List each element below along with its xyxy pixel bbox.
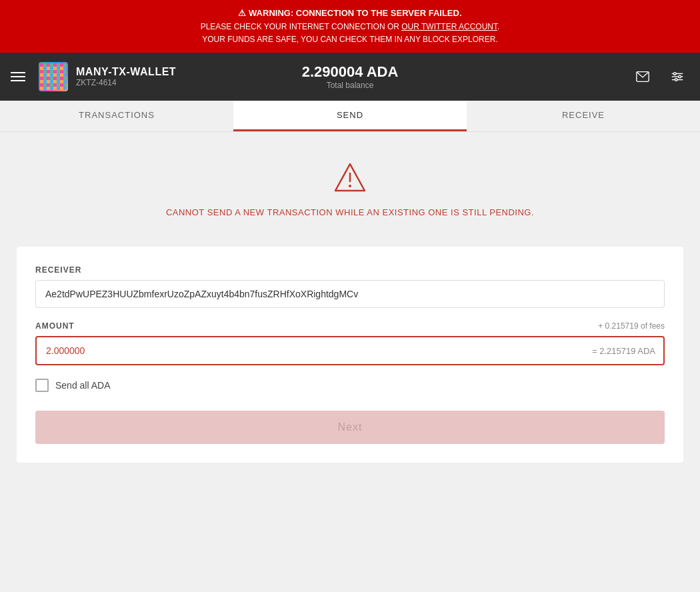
svg-point-9 xyxy=(349,185,351,187)
warning-line2: PLEASE CHECK YOUR INTERNET CONNECTION OR… xyxy=(13,21,687,33)
pending-warning-icon xyxy=(29,161,671,199)
pending-warning-text: CANNOT SEND A NEW TRANSACTION WHILE AN E… xyxy=(29,207,671,217)
main-content: CANNOT SEND A NEW TRANSACTION WHILE AN E… xyxy=(0,132,700,592)
header-right xyxy=(631,65,689,89)
warning-line1: ⚠ WARNING: CONNECTION TO THE SERVER FAIL… xyxy=(13,7,687,21)
balance-display: 2.290004 ADA Total balance xyxy=(302,63,399,90)
amount-label: AMOUNT xyxy=(35,321,75,331)
fees-text: + 0.215719 of fees xyxy=(598,321,665,331)
balance-amount: 2.290004 ADA xyxy=(302,63,399,81)
amount-header: AMOUNT + 0.215719 of fees xyxy=(35,321,665,331)
warning-line3: YOUR FUNDS ARE SAFE, YOU CAN CHECK THEM … xyxy=(13,33,687,46)
settings-icon-btn[interactable] xyxy=(665,65,689,89)
nav-tabs: TRANSACTIONS SEND RECEIVE xyxy=(0,101,700,132)
twitter-link[interactable]: OUR TWITTER ACCOUNT xyxy=(401,22,497,31)
receive-icon-btn[interactable] xyxy=(631,65,655,89)
wallet-avatar xyxy=(39,62,68,91)
send-all-label[interactable]: Send all ADA xyxy=(55,380,111,391)
send-form-card: RECEIVER AMOUNT + 0.215719 of fees = 2.2… xyxy=(17,247,683,463)
receiver-field-group: RECEIVER xyxy=(35,265,665,308)
receiver-label: RECEIVER xyxy=(35,265,665,275)
amount-wrapper: = 2.215719 ADA xyxy=(35,336,665,365)
header: MANY-TX-WALLET ZKTZ-4614 2.290004 ADA To… xyxy=(0,53,700,101)
tab-send[interactable]: SEND xyxy=(233,101,467,131)
receiver-input[interactable] xyxy=(35,280,665,308)
next-button[interactable]: Next xyxy=(35,411,665,444)
amount-input[interactable] xyxy=(35,336,665,365)
wallet-name: MANY-TX-WALLET xyxy=(76,66,176,78)
send-all-checkbox[interactable] xyxy=(35,379,49,392)
warning-banner: ⚠ WARNING: CONNECTION TO THE SERVER FAIL… xyxy=(0,0,700,53)
svg-point-4 xyxy=(674,73,677,75)
receive-icon xyxy=(635,69,650,84)
menu-icon[interactable] xyxy=(11,72,25,81)
settings-icon xyxy=(670,69,685,84)
svg-point-6 xyxy=(675,79,677,81)
pending-warning: CANNOT SEND A NEW TRANSACTION WHILE AN E… xyxy=(16,148,684,231)
svg-point-5 xyxy=(679,75,681,78)
header-left: MANY-TX-WALLET ZKTZ-4614 xyxy=(11,62,176,91)
balance-label: Total balance xyxy=(302,81,399,90)
wallet-id: ZKTZ-4614 xyxy=(76,78,176,87)
wallet-info: MANY-TX-WALLET ZKTZ-4614 xyxy=(76,66,176,87)
tab-receive[interactable]: RECEIVE xyxy=(467,101,700,131)
tab-transactions[interactable]: TRANSACTIONS xyxy=(0,101,233,131)
amount-field-group: AMOUNT + 0.215719 of fees = 2.215719 ADA xyxy=(35,321,665,365)
amount-equivalent: = 2.215719 ADA xyxy=(592,346,655,356)
send-all-row: Send all ADA xyxy=(35,379,665,392)
